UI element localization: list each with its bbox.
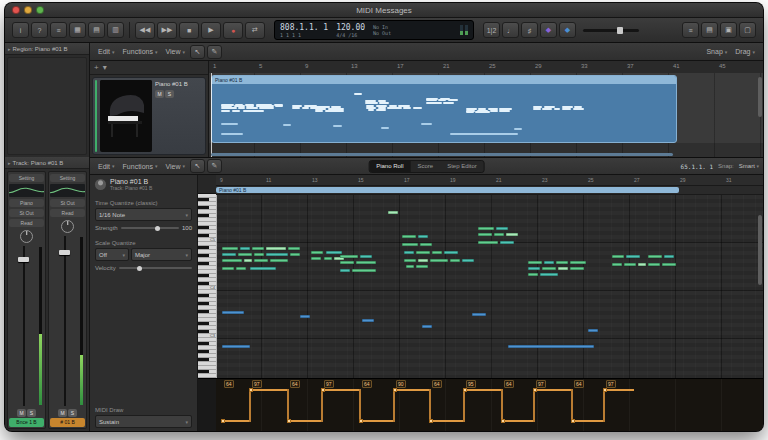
strip-slot-piano[interactable]: Piano — [9, 199, 44, 207]
draw-lane[interactable]: 649764976490649564976497 — [216, 378, 763, 431]
play-button[interactable]: ▶ — [201, 22, 221, 39]
midi-note[interactable] — [664, 255, 674, 258]
pencil-tool-icon[interactable]: ✎ — [207, 159, 222, 173]
midi-note[interactable] — [420, 243, 432, 246]
midi-draw-node[interactable] — [221, 419, 225, 423]
midi-draw-node[interactable] — [321, 388, 325, 392]
rewind-button[interactable]: ◀◀ — [135, 22, 155, 39]
midi-note[interactable] — [528, 261, 542, 264]
midi-note[interactable] — [404, 251, 414, 254]
menu-drag[interactable]: Drag▾ — [735, 48, 755, 55]
midi-note[interactable] — [478, 227, 494, 230]
pointer-tool-icon[interactable]: ↖ — [190, 45, 205, 59]
midi-draw-node[interactable] — [287, 419, 291, 423]
master-volume-slider[interactable] — [583, 29, 639, 32]
smart-controls-icon[interactable]: ▦ — [69, 22, 86, 38]
midi-note[interactable] — [222, 345, 250, 348]
midi-note[interactable] — [450, 259, 460, 262]
editor-region-bar[interactable]: Piano #01 B — [216, 187, 679, 193]
snap-select[interactable]: Smart ▾ — [739, 163, 759, 169]
cycle-button[interactable]: ⇄ — [245, 22, 265, 39]
midi-note[interactable] — [388, 211, 398, 214]
midi-note[interactable] — [300, 315, 310, 318]
count-in-icon[interactable]: 1|2 — [483, 22, 500, 38]
metronome-icon[interactable]: ♩ — [502, 22, 519, 38]
midi-note[interactable] — [340, 269, 350, 272]
record-button[interactable]: ● — [223, 22, 243, 39]
midi-note[interactable] — [662, 263, 676, 266]
mixer-icon[interactable]: ▤ — [88, 22, 105, 38]
midi-draw-segment[interactable] — [360, 420, 394, 422]
midi-draw-segment[interactable] — [604, 389, 634, 391]
midi-note[interactable] — [648, 263, 660, 266]
stop-button[interactable]: ■ — [179, 22, 199, 39]
tab-piano-roll[interactable]: Piano Roll — [369, 161, 410, 172]
arrange-vscrollbar[interactable] — [758, 77, 762, 117]
midi-note[interactable] — [478, 241, 498, 244]
midi-draw-segment[interactable] — [394, 389, 430, 391]
midi-note[interactable] — [418, 235, 428, 238]
browsers-icon[interactable]: ◆ — [559, 22, 576, 38]
strength-slider[interactable] — [121, 227, 179, 229]
menu-view[interactable]: View▾ — [165, 163, 185, 170]
midi-note[interactable] — [360, 255, 372, 258]
editors-icon[interactable]: ▥ — [107, 22, 124, 38]
midi-note[interactable] — [558, 267, 568, 270]
titlebar[interactable]: MIDI Messages — [5, 3, 763, 18]
midi-note[interactable] — [362, 319, 374, 322]
midi-note[interactable] — [472, 313, 486, 316]
midi-note[interactable] — [612, 263, 622, 266]
media-browser-icon[interactable]: ▣ — [720, 22, 737, 38]
midi-draw-controller-select[interactable]: Sustain▾ — [95, 415, 192, 428]
midi-note[interactable] — [288, 247, 300, 250]
midi-note[interactable] — [240, 247, 250, 250]
midi-note[interactable] — [406, 265, 414, 268]
strip-slot-read[interactable]: Read — [9, 219, 44, 227]
midi-region[interactable]: Piano #01 B — [211, 75, 677, 143]
tab-step-editor[interactable]: Step Editor — [440, 161, 484, 172]
midi-note[interactable] — [462, 259, 474, 262]
midi-draw-node[interactable] — [429, 419, 433, 423]
list-editors-icon[interactable]: ≡ — [682, 22, 699, 38]
quick-help-icon[interactable]: ? — [31, 22, 48, 38]
midi-note[interactable] — [222, 267, 234, 270]
region-parameters-box[interactable] — [7, 57, 87, 155]
pencil-tool-icon[interactable]: ✎ — [207, 45, 222, 59]
midi-note[interactable] — [222, 253, 236, 256]
pan-knob[interactable] — [20, 230, 33, 243]
midi-note[interactable] — [556, 261, 568, 264]
midi-note[interactable] — [478, 233, 492, 236]
menu-snap[interactable]: Snap▾ — [706, 48, 727, 55]
midi-note[interactable] — [356, 261, 376, 264]
midi-note[interactable] — [238, 253, 252, 256]
midi-draw-segment[interactable] — [502, 420, 534, 422]
menu-edit[interactable]: Edit▾ — [98, 48, 115, 55]
mute-button[interactable]: M — [58, 409, 67, 417]
note-pads-icon[interactable]: ▤ — [701, 22, 718, 38]
solo-button[interactable]: S — [68, 409, 77, 417]
midi-note[interactable] — [416, 265, 428, 268]
inspector-toggle-icon[interactable]: i — [12, 22, 29, 38]
midi-note[interactable] — [311, 257, 321, 260]
editor-vscrollbar[interactable] — [758, 215, 762, 285]
track-header-piano[interactable]: Piano #01 B M S — [92, 77, 206, 155]
track-mute-button[interactable]: M — [155, 90, 164, 98]
midi-draw-node[interactable] — [533, 388, 537, 392]
strip-slot-setting[interactable]: Setting — [50, 174, 85, 182]
midi-note[interactable] — [418, 259, 428, 262]
midi-note[interactable] — [326, 251, 342, 254]
midi-note[interactable] — [236, 267, 246, 270]
midi-note[interactable] — [432, 251, 442, 254]
note-grid[interactable] — [216, 195, 763, 378]
track-solo-button[interactable]: S — [165, 90, 174, 98]
midi-note[interactable] — [612, 255, 624, 258]
solo-button[interactable]: S — [27, 409, 36, 417]
minimize-icon[interactable] — [24, 6, 32, 14]
track-inspector-header[interactable]: ▸ Track: Piano #01 B — [5, 157, 89, 169]
channel-strip-track[interactable]: SettingPianoSt OutReadMSBnce 1 B — [7, 171, 46, 429]
scale-quantize-scale-select[interactable]: Major▾ — [131, 248, 192, 261]
midi-draw-node[interactable] — [571, 419, 575, 423]
volume-fader[interactable] — [59, 250, 70, 255]
midi-note[interactable] — [500, 241, 514, 244]
midi-draw-segment[interactable] — [534, 389, 572, 391]
